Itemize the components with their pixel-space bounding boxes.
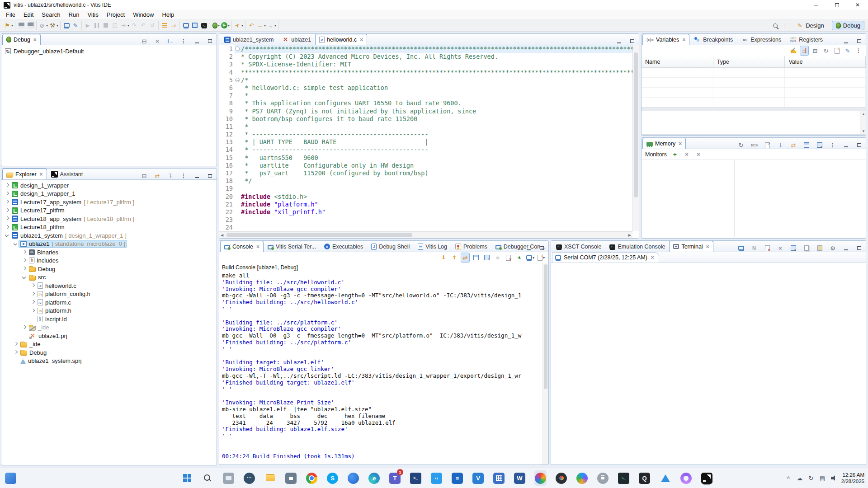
code-line-9[interactable]: 9 * PS7 UART (Zynq) is not initialized b… [219, 108, 632, 115]
editor-tab-helloworld-c[interactable]: helloworld.c× [315, 34, 367, 45]
close-icon[interactable]: × [679, 141, 682, 147]
editor-horizontal-scrollbar[interactable]: ◀▶ [219, 231, 632, 238]
switch-console-button[interactable] [461, 253, 470, 263]
menu-run[interactable]: Run [65, 10, 84, 19]
tree-item-lecture17-app-system[interactable]: Lecture17_app_system[ Lecture17_pltfrm ] [1, 198, 217, 206]
menu-search[interactable]: Search [38, 10, 64, 19]
terminal-tab-xsct-console[interactable]: XSCT Console [552, 241, 605, 252]
close-icon[interactable]: × [360, 37, 363, 43]
remove-terminated-button[interactable] [153, 36, 162, 46]
console-vertical-scrollbar[interactable] [542, 263, 548, 465]
minimize-button[interactable] [841, 36, 850, 46]
link-editor-button[interactable] [153, 171, 162, 181]
view-menu-button[interactable] [179, 36, 188, 46]
minimize-button[interactable] [524, 243, 533, 253]
code-line-11[interactable]: 11 * [219, 123, 632, 131]
program-device-button[interactable] [190, 20, 199, 30]
clear-console-button[interactable] [504, 253, 513, 263]
debug-launch-button[interactable]: ▾ [212, 20, 221, 30]
profile-button[interactable] [160, 20, 169, 30]
minimize-button[interactable] [192, 171, 201, 181]
remove-all-monitors-button[interactable] [694, 150, 703, 160]
search-button[interactable] [202, 470, 214, 486]
code-line-7[interactable]: 7 * [219, 92, 632, 99]
show-logical-structure-button[interactable] [800, 46, 809, 56]
code-line-12[interactable]: 12 * -----------------------------------… [219, 131, 632, 138]
tree-item-ublaze1-prj[interactable]: ublaze1.prj [1, 332, 217, 340]
maximize-button[interactable] [854, 243, 863, 253]
code-line-13[interactable]: 13 * | UART TYPE BAUD RATE | [219, 138, 632, 146]
tree-item-platform-c[interactable]: platform.c [1, 298, 217, 307]
terminate-button[interactable] [101, 20, 110, 30]
store-button[interactable] [285, 470, 297, 486]
tree-item-lecture18-app-system[interactable]: Lecture18_app_system[ Lecture18_pltfrm ] [1, 215, 217, 223]
show-process-button[interactable] [166, 36, 175, 46]
vitis-ide-button[interactable] [701, 470, 713, 486]
import-button[interactable] [776, 140, 785, 150]
close-icon[interactable]: × [651, 254, 654, 261]
expand-chevron-icon[interactable] [5, 225, 9, 230]
minimize-window-button[interactable] [806, 0, 826, 10]
edge-button[interactable]: e [368, 470, 380, 486]
fold-marker-icon[interactable] [235, 47, 240, 51]
expand-chevron-icon[interactable] [14, 350, 18, 355]
tree-item-includes[interactable]: Includes [1, 257, 217, 265]
vivado-button[interactable]: V [472, 470, 484, 486]
column-header-value[interactable]: Value [785, 56, 866, 67]
expand-chevron-icon[interactable] [5, 216, 9, 221]
code-line-3[interactable]: 3* SPDX-License-Identifier: MIT [219, 61, 632, 68]
code-line-16[interactable]: 16 * uartlite Configurable only in HW de… [219, 162, 632, 169]
terminal-output[interactable] [551, 263, 866, 464]
tree-item-helloworld-c[interactable]: helloworld.c [1, 282, 217, 290]
back-button[interactable]: ▾ [256, 20, 266, 30]
code-line-15[interactable]: 15 * uartns550 9600 [219, 154, 632, 162]
new-wizard-button[interactable]: ▾ [3, 20, 14, 30]
expand-chevron-icon[interactable] [31, 309, 35, 313]
debug-target-row[interactable]: Debugger_ublaze1-Default [1, 45, 217, 57]
debug-tab-debug[interactable]: Debug× [2, 34, 41, 45]
add-monitor-button[interactable] [670, 150, 679, 160]
maximize-button[interactable] [854, 140, 863, 150]
teams-button[interactable]: T1 [389, 470, 401, 486]
triangle-app-button[interactable] [659, 470, 671, 486]
console-tab-console[interactable]: Console× [220, 241, 264, 252]
console-output[interactable]: make all'Building file: ../src/helloworl… [219, 272, 548, 464]
forward-button[interactable]: ▾ [266, 20, 277, 30]
word-wrap-button[interactable] [493, 253, 502, 263]
paste-button[interactable] [815, 243, 824, 253]
outlook-button[interactable]: ≡ [451, 470, 463, 486]
editor-vertical-scrollbar[interactable] [632, 45, 639, 231]
undo-button[interactable] [247, 20, 256, 30]
menu-project[interactable]: Project [103, 10, 129, 19]
expand-chevron-icon[interactable] [14, 342, 18, 347]
fold-marker-icon[interactable] [235, 78, 240, 82]
settings-button[interactable] [828, 243, 837, 253]
file-explorer-button[interactable] [264, 470, 276, 486]
sphere-app-button[interactable] [534, 470, 547, 486]
maximize-button[interactable] [537, 243, 546, 253]
annotations-button[interactable] [71, 20, 80, 30]
tree-item-debug[interactable]: Debug [1, 348, 217, 357]
chrome-button[interactable] [306, 470, 318, 486]
code-line-17[interactable]: 17 * ps7_uart 115200 (configured by boot… [219, 169, 632, 177]
collapse-all-button[interactable] [811, 46, 820, 56]
open-console-button[interactable] [62, 20, 71, 30]
tree-item-lscript-ld[interactable]: lscript.ld [1, 315, 217, 324]
show-stderr-button[interactable] [482, 253, 491, 263]
maximize-button[interactable] [205, 36, 214, 46]
tree-item-platform-h[interactable]: platform.h [1, 307, 217, 315]
focus-active-task-button[interactable] [166, 171, 175, 181]
expand-chevron-icon[interactable] [5, 192, 9, 196]
expand-chevron-icon[interactable] [31, 292, 35, 296]
maximize-button[interactable] [627, 36, 637, 46]
new-terminal-button[interactable] [736, 243, 745, 253]
tray-chevron-up-icon[interactable]: ^ [785, 475, 792, 482]
spreadsheet-button[interactable] [493, 470, 505, 486]
console-tab-vitis-serial-ter[interactable]: Vitis Serial Ter... [264, 241, 320, 252]
expand-chevron-icon[interactable] [14, 242, 18, 246]
code-line-5[interactable]: 5/* [219, 76, 632, 84]
open-console-button[interactable]: ▾ [537, 253, 546, 263]
view-menu-button[interactable] [828, 140, 837, 150]
step-over-button[interactable] [130, 20, 139, 30]
step-return-button[interactable] [139, 20, 148, 30]
